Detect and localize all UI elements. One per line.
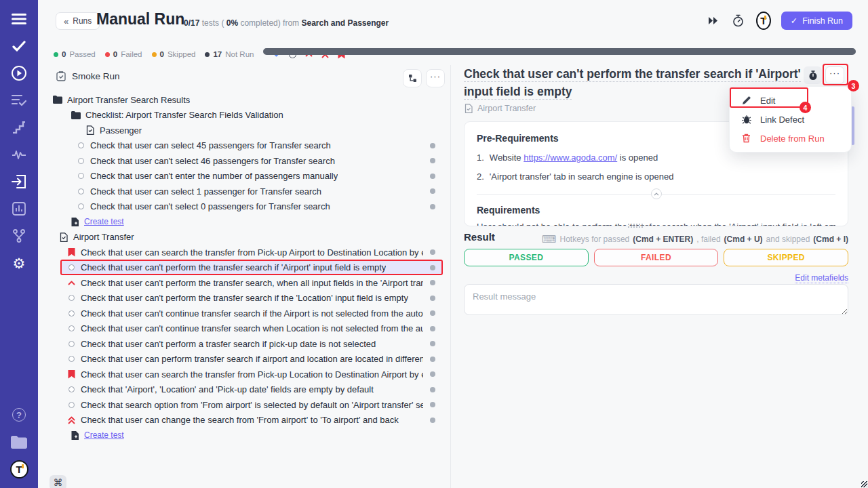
tree-group-row[interactable]: Airport Transfer [38, 230, 450, 245]
tree-test-row[interactable]: Check that user can't continue transfer … [38, 321, 450, 337]
timer-icon[interactable] [731, 14, 746, 28]
test-status-dot [430, 402, 435, 407]
stat-notrun[interactable]: 17Not Run [205, 50, 254, 58]
skipped-dot-icon [152, 52, 157, 57]
tree-test-row[interactable]: Check that user can't select 0 passenger… [38, 199, 450, 215]
fast-forward-icon[interactable] [706, 14, 721, 28]
test-plans-icon[interactable] [9, 91, 28, 110]
tree-test-row[interactable]: Check that user can change the search fr… [38, 413, 450, 428]
help-icon[interactable]: ? [9, 405, 28, 424]
bug-icon [741, 115, 751, 124]
milestones-steps-icon[interactable] [9, 118, 28, 137]
run-name[interactable]: Smoke Run [56, 71, 120, 81]
tree-test-row[interactable]: Check that user can select 45 passengers… [38, 138, 450, 154]
tree-folder-row[interactable]: Checklist: Airport Transfer Search Field… [38, 108, 450, 123]
pencil-icon [741, 96, 751, 105]
pulse-activity-icon[interactable] [9, 145, 28, 164]
double-chevron-left-icon: « [64, 16, 68, 26]
test-status-dot [430, 387, 435, 392]
run-progress-bar [263, 48, 856, 55]
tree-test-row[interactable]: Check that user can't perform a trasfer … [38, 336, 450, 352]
skipped-button[interactable]: SKIPPED [724, 249, 848, 266]
branch-icon[interactable] [9, 226, 28, 245]
collapse-circle-icon[interactable] [651, 188, 662, 199]
command-shortcut-button[interactable]: ⌘ [50, 475, 66, 488]
menu-item-delete-from-run[interactable]: Delete from Run [730, 129, 851, 148]
stat-skipped[interactable]: 0Skipped [152, 50, 196, 58]
resize-handle-dots[interactable] [627, 223, 644, 228]
test-status-dot [430, 143, 435, 148]
tree-test-row[interactable]: Check that user can't perform the transf… [38, 275, 450, 291]
stat-failed[interactable]: 0Failed [105, 50, 142, 58]
prereq-item: 2.'Airport transfer' tab in search engin… [477, 171, 835, 182]
passed-button[interactable]: PASSED [464, 249, 589, 266]
notrun-circle-icon [68, 264, 75, 270]
double-caret-priority-icon [68, 416, 75, 424]
file-plus-icon [71, 218, 79, 226]
test-status-dot [430, 158, 435, 163]
section-divider [477, 194, 835, 195]
tree-test-row[interactable]: Check that search option from 'From airp… [38, 397, 450, 413]
menu-icon[interactable] [9, 9, 28, 28]
tree-test-row[interactable]: Check that user can select 1 passenger f… [38, 184, 450, 199]
app-window: ⚙ ? T « Runs Manual Run 0/17 tests ( 0% … [0, 0, 868, 488]
requirements-heading: Requirements [477, 205, 835, 216]
tree-test-row[interactable]: Check that user can't perform the transf… [38, 260, 450, 276]
tests-check-icon[interactable] [9, 37, 28, 56]
tree-test-row[interactable]: Check that user can perform transfer sea… [38, 352, 450, 367]
hotkeys-hint: ⌨ Hotkeys for passed(Cmd + ENTER), faile… [542, 234, 848, 244]
test-tree: Airport Transfer Search ResultsChecklist… [38, 92, 450, 443]
tree-test-row[interactable]: Check that user can search the transfer … [38, 245, 450, 260]
prereq-item: 1.Website https://www.agoda.com/ is open… [477, 152, 835, 163]
test-status-dot [430, 341, 435, 346]
projects-folder-icon[interactable] [9, 432, 28, 451]
test-group-doc-icon [60, 232, 68, 242]
tree-test-row[interactable]: Check that user can search the transfer … [38, 367, 450, 382]
tree-create-row[interactable]: Create test [38, 428, 450, 443]
edit-metafields-link[interactable]: Edit metafields [795, 273, 848, 283]
tree-folder-row[interactable]: Airport Transfer Search Results [38, 92, 450, 108]
prereq-link[interactable]: https://www.agoda.com/ [524, 152, 617, 163]
stat-passed[interactable]: 0Passed [54, 50, 96, 58]
failed-button[interactable]: FAILED [594, 249, 719, 266]
panel-divider[interactable] [450, 65, 451, 488]
test-status-dot [430, 296, 435, 301]
notrun-circle-icon [78, 158, 84, 164]
menu-item-link-defect[interactable]: Link Defect [730, 110, 851, 129]
notrun-circle-icon [68, 310, 75, 317]
tree-test-row[interactable]: Check that 'Airport', 'Location' and 'Pi… [38, 382, 450, 398]
tree-test-row[interactable]: Check that user can't continue transfer … [38, 306, 450, 321]
test-group-tag[interactable]: Airport Transfer [465, 104, 536, 113]
test-more-button[interactable]: ··· [825, 66, 844, 84]
reports-chart-icon[interactable] [9, 199, 28, 218]
test-timer-button[interactable] [804, 66, 822, 84]
tree-test-row[interactable]: Check that user can't enter the number o… [38, 169, 450, 184]
notrun-circle-icon [68, 295, 75, 301]
test-status-dot [430, 418, 435, 423]
tree-create-row[interactable]: Create test [38, 214, 450, 230]
test-status-dot [430, 265, 435, 270]
notrun-circle-icon [68, 325, 75, 331]
tree-test-row[interactable]: Check that user can't select 46 passenge… [38, 153, 450, 169]
file-plus-icon [71, 431, 79, 440]
tree-group-row[interactable]: Passenger [38, 123, 450, 138]
import-icon[interactable] [9, 172, 28, 191]
requirements-text-clipped: User should not be able to perform the t… [477, 222, 835, 226]
tree-more-button[interactable]: ··· [426, 69, 445, 87]
tree-structure-button[interactable] [403, 69, 422, 87]
runs-play-icon[interactable] [9, 64, 28, 83]
caret-up-priority-icon [68, 281, 75, 285]
tree-test-row[interactable]: Check that user can't perform the transf… [38, 291, 450, 306]
settings-gear-icon[interactable]: ⚙ [9, 253, 28, 272]
app-logo-icon[interactable]: T [9, 460, 28, 479]
page-title: Manual Run [96, 10, 184, 28]
window-resize-corner[interactable] [861, 481, 867, 487]
bookmark-priority-icon [68, 370, 75, 379]
back-to-runs-button[interactable]: « Runs [56, 12, 100, 30]
workspace-logo-icon[interactable]: T [756, 14, 771, 28]
result-message-input[interactable] [464, 284, 848, 315]
menu-item-edit[interactable]: Edit [730, 91, 851, 110]
bookmark-priority-icon [68, 248, 75, 257]
finish-run-button[interactable]: ✓ Finish Run [781, 12, 852, 30]
test-status-dot [430, 357, 435, 362]
